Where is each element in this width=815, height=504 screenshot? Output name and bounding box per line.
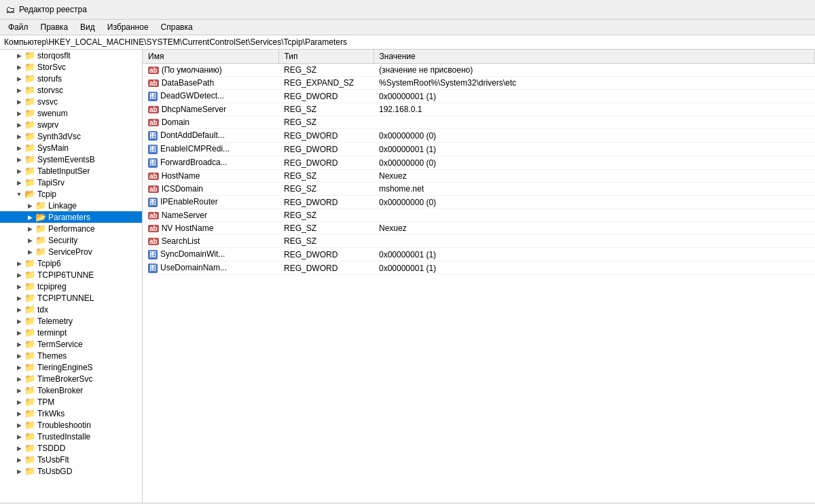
table-row[interactable]: abDhcpNameServerREG_SZ192.168.0.1 <box>143 103 815 116</box>
tree-arrow-Tcpip: ▼ <box>14 191 24 198</box>
registry-type-0: REG_SZ <box>278 64 374 77</box>
registry-value-12: Nexuez <box>374 222 815 235</box>
table-row[interactable]: abICSDomainREG_SZmshome.net <box>143 183 815 196</box>
registry-type-9: REG_SZ <box>278 183 374 196</box>
folder-icon-TPM: 📁 <box>24 397 35 407</box>
table-row[interactable]: 图IPEnableRouterREG_DWORD0x00000000 (0) <box>143 196 815 209</box>
tree-label-TPM: TPM <box>37 397 54 407</box>
registry-type-3: REG_SZ <box>278 103 374 116</box>
menu-item-справка[interactable]: Справка <box>156 21 198 33</box>
menu-item-файл[interactable]: Файл <box>3 21 34 33</box>
tree-label-swenum: swenum <box>37 109 68 118</box>
tree-item-TrkWks[interactable]: ▶📁TrkWks <box>0 408 142 419</box>
tree-item-TCPIPTUNNEL[interactable]: ▶📁TCPIPTUNNEL <box>0 292 142 304</box>
menu-item-вид[interactable]: Вид <box>75 21 101 33</box>
col-header-value[interactable]: Значение <box>374 50 815 64</box>
tree-item-ServiceProv[interactable]: ▶📁ServiceProv <box>0 246 142 257</box>
registry-value-9: mshome.net <box>374 183 815 196</box>
tree-item-swprv[interactable]: ▶📁swprv <box>0 119 142 130</box>
tree-label-SysMain: SysMain <box>37 143 69 153</box>
tree-arrow-TrkWks: ▶ <box>14 410 24 417</box>
folder-icon-Security: 📁 <box>35 235 46 245</box>
tree-item-tcpipreg[interactable]: ▶📁tcpipreg <box>0 281 142 292</box>
tree-label-tdx: tdx <box>37 305 48 314</box>
reg-icon-ab: ab <box>148 67 159 74</box>
tree-item-storqosfit[interactable]: ▶📁storqosflt <box>0 50 142 61</box>
tree-item-TSDDD[interactable]: ▶📁TSDDD <box>0 442 142 454</box>
tree-label-storvsc: storvsc <box>37 86 63 95</box>
tree-item-TieringEngineS[interactable]: ▶📁TieringEngineS <box>0 361 142 373</box>
tree-arrow-Performance: ▶ <box>24 226 35 232</box>
tree-item-SysMain[interactable]: ▶📁SysMain <box>0 142 142 154</box>
tree-item-terminpt[interactable]: ▶📁terminpt <box>0 327 142 338</box>
menu-item-избранное[interactable]: Избранное <box>102 21 154 33</box>
tree-panel[interactable]: ▶📁storqosflt▶📁StorSvc▶📁storufs▶📁storvsc▶… <box>0 50 143 503</box>
tree-item-TabletInputSer[interactable]: ▶📁TabletInputSer <box>0 165 142 177</box>
table-row[interactable]: abSearchListREG_SZ <box>143 235 815 248</box>
address-bar: Компьютер\HKEY_LOCAL_MACHINE\SYSTEM\Curr… <box>0 35 815 50</box>
tree-item-TsUsbFlt[interactable]: ▶📁TsUsbFlt <box>0 454 142 465</box>
table-row[interactable]: abDataBasePathREG_EXPAND_SZ%SystemRoot%\… <box>143 77 815 90</box>
tree-label-TabletInputSer: TabletInputSer <box>37 166 90 176</box>
tree-item-TsUsbGD[interactable]: ▶📁TsUsbGD <box>0 465 142 477</box>
tree-item-TCPIP6TUNNE[interactable]: ▶📁TCPIP6TUNNE <box>0 269 142 281</box>
tree-item-SystemEventsB[interactable]: ▶📁SystemEventsB <box>0 154 142 165</box>
table-row[interactable]: 图EnableICMPRedi...REG_DWORD0x00000001 (1… <box>143 143 815 156</box>
tree-item-Parameters[interactable]: ▶📂Parameters <box>0 211 142 223</box>
folder-icon-TabletInputSer: 📁 <box>24 166 35 176</box>
reg-icon-dword: 图 <box>148 250 158 259</box>
folder-icon-terminpt: 📁 <box>24 327 35 338</box>
tree-label-TCPIPTUNNEL: TCPIPTUNNEL <box>37 293 94 303</box>
tree-item-storvsc[interactable]: ▶📁storvsc <box>0 84 142 96</box>
title-bar: 🗂 Редактор реестра <box>0 0 815 20</box>
table-row[interactable]: 图UseDomainNam...REG_DWORD0x00000001 (1) <box>143 262 815 275</box>
reg-icon-dword: 图 <box>148 198 158 207</box>
tree-item-Security[interactable]: ▶📁Security <box>0 234 142 246</box>
tree-item-TPM[interactable]: ▶📁TPM <box>0 396 142 408</box>
tree-item-TokenBroker[interactable]: ▶📁TokenBroker <box>0 384 142 396</box>
table-row[interactable]: 图DontAddDefault...REG_DWORD0x00000000 (0… <box>143 129 815 143</box>
tree-item-swenum[interactable]: ▶📁swenum <box>0 107 142 119</box>
table-row[interactable]: 图ForwardBroadca...REG_DWORD0x00000000 (0… <box>143 156 815 170</box>
col-header-type[interactable]: Тип <box>278 50 374 64</box>
registry-value-7: 0x00000000 (0) <box>374 156 815 170</box>
tree-item-Performance[interactable]: ▶📁Performance <box>0 223 142 234</box>
registry-value-11 <box>374 209 815 222</box>
folder-icon-tdx: 📁 <box>24 304 35 314</box>
folder-icon-TrustedInstalle: 📁 <box>24 431 35 442</box>
tree-label-swprv: swprv <box>37 120 58 130</box>
registry-type-7: REG_DWORD <box>278 156 374 170</box>
values-panel[interactable]: Имя Тип Значение ab(По умолчанию)REG_SZ(… <box>143 50 815 503</box>
menu-item-правка[interactable]: Правка <box>35 21 74 33</box>
table-row[interactable]: abNameServerREG_SZ <box>143 209 815 222</box>
tree-arrow-TermService: ▶ <box>14 341 24 348</box>
table-row[interactable]: ab(По умолчанию)REG_SZ(значение не присв… <box>143 64 815 77</box>
table-row[interactable]: abDomainREG_SZ <box>143 116 815 129</box>
tree-label-TokenBroker: TokenBroker <box>37 386 83 395</box>
col-header-name[interactable]: Имя <box>143 50 278 64</box>
reg-icon-dword: 图 <box>148 145 158 154</box>
tree-item-Linkage[interactable]: ▶📁Linkage <box>0 200 142 211</box>
table-row[interactable]: 图DeadGWDetect...REG_DWORD0x00000001 (1) <box>143 90 815 103</box>
tree-item-svsvc[interactable]: ▶📁svsvc <box>0 96 142 107</box>
table-row[interactable]: 图SyncDomainWit...REG_DWORD0x00000001 (1) <box>143 248 815 262</box>
table-row[interactable]: abHostNameREG_SZNexuez <box>143 170 815 183</box>
tree-arrow-terminpt: ▶ <box>14 329 24 336</box>
tree-item-tdx[interactable]: ▶📁tdx <box>0 304 142 315</box>
tree-item-TapiSrv[interactable]: ▶📁TapiSrv <box>0 177 142 188</box>
tree-item-StorSvc[interactable]: ▶📁StorSvc <box>0 61 142 73</box>
table-row[interactable]: abNV HostNameREG_SZNexuez <box>143 222 815 235</box>
tree-item-Themes[interactable]: ▶📁Themes <box>0 350 142 361</box>
tree-item-Synth3dVsc[interactable]: ▶📁Synth3dVsc <box>0 130 142 142</box>
folder-icon-svsvc: 📁 <box>24 96 35 107</box>
tree-item-TrustedInstalle[interactable]: ▶📁TrustedInstalle <box>0 431 142 442</box>
tree-item-Troubleshootin[interactable]: ▶📁Troubleshootin <box>0 419 142 431</box>
registry-value-10: 0x00000000 (0) <box>374 196 815 209</box>
tree-item-storufs[interactable]: ▶📁storufs <box>0 73 142 84</box>
tree-item-TimeBrokerSvc[interactable]: ▶📁TimeBrokerSvc <box>0 373 142 384</box>
tree-item-Tcpip[interactable]: ▼📂Tcpip <box>0 188 142 200</box>
tree-item-Tcpip6[interactable]: ▶📁Tcpip6 <box>0 257 142 269</box>
tree-label-tcpipreg: tcpipreg <box>37 282 67 291</box>
tree-item-Telemetry[interactable]: ▶📁Telemetry <box>0 315 142 327</box>
tree-item-TermService[interactable]: ▶📁TermService <box>0 338 142 350</box>
